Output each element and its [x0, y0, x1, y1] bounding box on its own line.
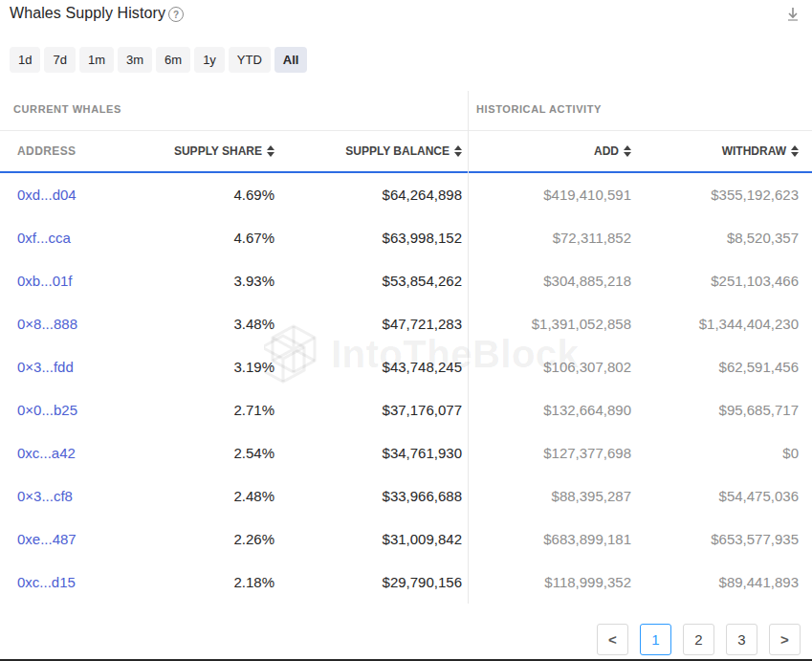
whales-supply-history-widget: Whales Supply History ? 1d7d1m3m6m1yYTDA…: [0, 0, 812, 661]
time-range-button-1y[interactable]: 1y: [194, 47, 225, 73]
sort-icon: [267, 145, 274, 157]
sort-icon: [624, 145, 631, 157]
time-range-button-all[interactable]: All: [274, 47, 308, 73]
table-row: 0×3...fdd3.19%$43,748,245$106,307,802$62…: [0, 345, 812, 388]
supply-share-value: 2.26%: [153, 531, 274, 547]
help-icon[interactable]: ?: [168, 7, 184, 22]
time-range-button-1m[interactable]: 1m: [79, 47, 114, 73]
table-row: 0xc...d152.18%$29,790,156$118,999,352$89…: [0, 561, 812, 604]
supply-balance-value: $37,176,077: [274, 402, 462, 418]
add-value: $118,999,352: [462, 574, 631, 590]
table-row: 0xb...01f3.93%$53,854,262$304,885,218$25…: [0, 259, 812, 302]
table-section-header: CURRENT WHALES HISTORICAL ACTIVITY: [0, 91, 812, 131]
whales-table: CURRENT WHALES HISTORICAL ACTIVITY ADDRE…: [0, 91, 812, 604]
withdraw-value: $251,103,466: [631, 273, 799, 289]
supply-balance-value: $34,761,930: [274, 445, 462, 461]
add-value: $1,391,052,858: [462, 316, 631, 332]
address-link[interactable]: 0xd...d04: [17, 187, 77, 203]
withdraw-value: $653,577,935: [631, 531, 799, 547]
time-range-button-7d[interactable]: 7d: [44, 47, 75, 73]
column-header-withdraw[interactable]: WITHDRAW: [631, 144, 799, 158]
supply-share-value: 2.71%: [153, 402, 274, 418]
supply-balance-value: $47,721,283: [274, 316, 462, 332]
address-cell: 0×3...cf8: [13, 488, 153, 504]
column-header-add[interactable]: ADD: [462, 144, 631, 158]
withdraw-value: $89,441,893: [631, 574, 799, 590]
table-row: 0×3...cf82.48%$33,966,688$88,395,287$54,…: [0, 474, 812, 518]
table-row: 0xd...d044.69%$64,264,898$419,410,591$35…: [0, 173, 812, 216]
address-link[interactable]: 0xc...a42: [17, 445, 76, 461]
column-header-supply-balance-label: SUPPLY BALANCE: [345, 144, 450, 158]
address-cell: 0xd...d04: [13, 187, 153, 203]
supply-balance-value: $63,998,152: [274, 230, 462, 246]
address-link[interactable]: 0×3...fdd: [17, 359, 74, 375]
supply-balance-value: $43,748,245: [274, 359, 462, 375]
address-link[interactable]: 0×0...b25: [17, 402, 77, 418]
address-link[interactable]: 0×8...888: [17, 316, 77, 332]
withdraw-value: $355,192,623: [631, 187, 799, 203]
time-range-button-6m[interactable]: 6m: [156, 47, 190, 73]
address-link[interactable]: 0xe...487: [17, 531, 77, 547]
table-column-headers: ADDRESS SUPPLY SHARE SUPPLY BALANCE ADD …: [0, 131, 812, 173]
pagination-page-2[interactable]: 2: [683, 624, 714, 655]
address-cell: 0xb...01f: [13, 273, 153, 289]
withdraw-value: $8,520,357: [631, 230, 799, 246]
table-body: 0xd...d044.69%$64,264,898$419,410,591$35…: [0, 173, 812, 604]
pagination-next-icon[interactable]: >: [769, 624, 801, 655]
column-header-supply-balance[interactable]: SUPPLY BALANCE: [274, 144, 462, 158]
address-link[interactable]: 0xb...01f: [17, 273, 73, 289]
address-link[interactable]: 0xc...d15: [17, 574, 76, 590]
address-cell: 0×0...b25: [13, 402, 153, 418]
time-range-selector: 1d7d1m3m6m1yYTDAll: [10, 47, 307, 73]
page-title: Whales Supply History: [10, 5, 165, 22]
supply-share-value: 2.18%: [153, 574, 274, 590]
pagination-page-1[interactable]: 1: [640, 624, 671, 655]
add-value: $132,664,890: [462, 402, 631, 418]
withdraw-value: $62,591,456: [631, 359, 799, 375]
table-row: 0xc...a422.54%$34,761,930$127,377,698$0: [0, 431, 812, 474]
pagination-page-3[interactable]: 3: [726, 624, 757, 655]
table-row: 0xe...4872.26%$31,009,842$683,899,181$65…: [0, 518, 812, 561]
section-historical-activity: HISTORICAL ACTIVITY: [476, 103, 602, 115]
pagination-prev-icon[interactable]: <: [597, 624, 628, 655]
time-range-button-3m[interactable]: 3m: [118, 47, 152, 73]
column-header-supply-share[interactable]: SUPPLY SHARE: [153, 144, 274, 158]
withdraw-value: $95,685,717: [631, 402, 799, 418]
supply-share-value: 2.48%: [153, 488, 274, 504]
withdraw-value: $1,344,404,230: [631, 316, 799, 332]
supply-balance-value: $64,264,898: [274, 187, 462, 203]
column-header-address: ADDRESS: [13, 144, 153, 158]
time-range-button-ytd[interactable]: YTD: [229, 47, 271, 73]
add-value: $127,377,698: [462, 445, 631, 461]
supply-share-value: 3.48%: [153, 316, 274, 332]
add-value: $419,410,591: [462, 187, 631, 203]
section-current-whales: CURRENT WHALES: [13, 103, 121, 115]
supply-share-value: 4.67%: [153, 230, 274, 246]
supply-balance-value: $29,790,156: [274, 574, 462, 590]
withdraw-value: $0: [631, 445, 799, 461]
time-range-button-1d[interactable]: 1d: [10, 47, 40, 73]
add-value: $683,899,181: [462, 531, 631, 547]
widget-header: Whales Supply History ?: [0, 0, 812, 33]
address-cell: 0×8...888: [13, 316, 153, 332]
address-link[interactable]: 0×3...cf8: [17, 488, 73, 504]
add-value: $88,395,287: [462, 488, 631, 504]
address-cell: 0xc...a42: [13, 445, 153, 461]
address-cell: 0xc...d15: [13, 574, 153, 590]
address-link[interactable]: 0xf...cca: [17, 230, 71, 246]
withdraw-value: $54,475,036: [631, 488, 799, 504]
supply-balance-value: $31,009,842: [274, 531, 462, 547]
supply-share-value: 4.69%: [153, 187, 274, 203]
download-icon[interactable]: [784, 6, 801, 23]
table-row: 0×0...b252.71%$37,176,077$132,664,890$95…: [0, 388, 812, 431]
column-header-withdraw-label: WITHDRAW: [722, 144, 786, 158]
table-row: 0×8...8883.48%$47,721,283$1,391,052,858$…: [0, 302, 812, 345]
supply-share-value: 2.54%: [153, 445, 274, 461]
add-value: $72,311,852: [462, 230, 631, 246]
column-header-add-label: ADD: [594, 144, 619, 158]
supply-share-value: 3.93%: [153, 273, 274, 289]
add-value: $304,885,218: [462, 273, 631, 289]
section-divider: [468, 91, 469, 604]
add-value: $106,307,802: [462, 359, 631, 375]
address-cell: 0×3...fdd: [13, 359, 153, 375]
